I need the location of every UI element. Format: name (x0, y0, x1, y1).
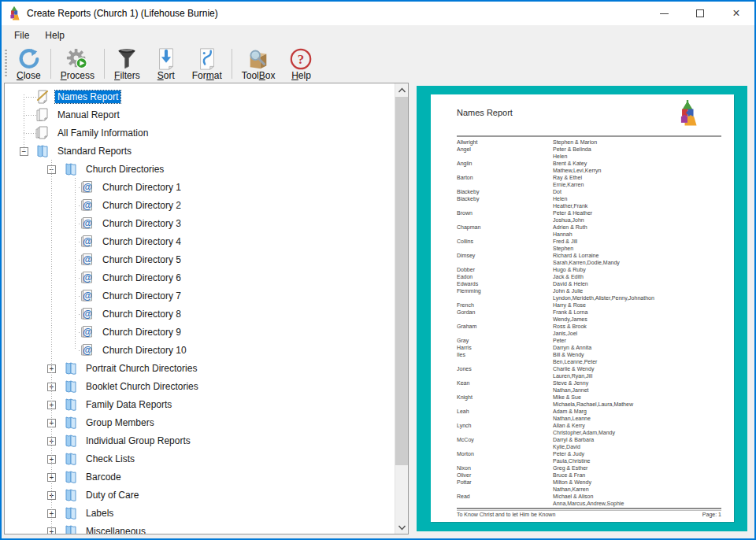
tree-item-label[interactable]: Individual Group Reports (83, 435, 193, 447)
close-window-button[interactable]: × (718, 2, 754, 25)
footer-page-number: Page: 1 (702, 512, 721, 517)
surname-cell: Anglin (457, 160, 553, 167)
given-names-cell: Steve & Jenny (553, 380, 588, 386)
folder-icon (35, 143, 50, 159)
tree-item-barcode[interactable]: +Barcode (5, 468, 395, 486)
given-names-cell: Peter & Heather (553, 210, 592, 216)
report-row: DimseyRichard & Lorraine (457, 252, 728, 259)
report-pencil-icon (35, 89, 50, 105)
tree-item-label[interactable]: Church Directory 6 (100, 272, 183, 284)
tree-item-check-lists[interactable]: +Check Lists (5, 450, 395, 468)
given-names-cell: Ray & Ethel (553, 175, 582, 180)
undo-arrow-icon (17, 47, 40, 71)
given-names-cell: Helen (553, 153, 567, 159)
church-logo-icon (8, 6, 20, 22)
report-row: BrownPeter & Heather (457, 209, 728, 216)
tree-item-church-directory-10[interactable]: @Church Directory 10 (5, 342, 395, 360)
tree-item-label[interactable]: Church Directory 5 (100, 253, 183, 266)
at-report-icon: @ (80, 288, 95, 304)
tree-item-label[interactable]: Group Members (83, 416, 157, 429)
process-button[interactable]: Process (54, 46, 102, 82)
scrollbar-thumb[interactable] (395, 97, 409, 465)
tree-item-manual-report[interactable]: Manual Report (5, 106, 395, 124)
tree-item-family-data-reports[interactable]: +Family Data Reports (5, 396, 395, 414)
scroll-down-icon[interactable] (395, 520, 409, 534)
tree-item-label[interactable]: Standard Reports (55, 145, 134, 157)
tree-item-label[interactable]: Miscellaneous (83, 525, 148, 534)
tree-item-church-directories[interactable]: −Church Directories (5, 161, 395, 179)
tree-item-label[interactable]: Church Directory 1 (100, 181, 183, 194)
tree-item-booklet-church-directories[interactable]: +Booklet Church Directories (5, 378, 395, 396)
tree-item-label[interactable]: Check Lists (83, 453, 137, 465)
tree-item-label[interactable]: Church Directory 2 (100, 199, 183, 212)
tree-item-label[interactable]: Manual Report (55, 109, 122, 121)
menu-help[interactable]: Help (37, 27, 72, 44)
report-row: Nathan,Karren (457, 486, 728, 493)
filters-button[interactable]: Filters (107, 46, 147, 82)
maximize-button[interactable] (682, 2, 718, 25)
tree-scrollbar[interactable] (395, 83, 408, 534)
tree-item-duty-of-care[interactable]: +Duty of Care (5, 486, 395, 505)
tree-item-label[interactable]: Portrait Church Directories (83, 362, 199, 375)
given-names-cell: Hannah (553, 231, 573, 237)
toolbar-separator (232, 49, 232, 79)
close-button[interactable]: Close (9, 46, 48, 82)
tree-item-names-report[interactable]: Names Report (5, 88, 395, 106)
tree-item-label[interactable]: Church Directories (83, 163, 166, 176)
tree-item-label[interactable]: Names Report (55, 91, 120, 103)
tree-item-label[interactable]: Church Directory 9 (100, 326, 183, 338)
tree-item-all-family-information[interactable]: All Family Information (5, 124, 395, 142)
tree-item-labels[interactable]: +Labels (5, 505, 395, 523)
report-page: Names Report AllwrightStep (431, 94, 734, 522)
tree-item-church-directory-8[interactable]: @Church Directory 8 (5, 305, 395, 324)
tree-item-label[interactable]: Church Directory 8 (100, 308, 183, 320)
tree-item-label[interactable]: Church Directory 4 (100, 235, 183, 248)
tree-item-standard-reports[interactable]: −Standard Reports (5, 142, 395, 161)
minimize-button[interactable] (646, 2, 682, 25)
given-names-cell: Nathan,Karren (553, 486, 589, 492)
given-names-cell: Ross & Brook (553, 324, 587, 329)
sort-button[interactable]: Sort (147, 46, 185, 82)
svg-text:@: @ (83, 327, 92, 338)
tree-item-church-directory-4[interactable]: @Church Directory 4 (5, 233, 395, 251)
tree-item-church-directory-1[interactable]: @Church Directory 1 (5, 179, 395, 197)
menu-file[interactable]: File (6, 27, 37, 44)
tree-item-miscellaneous[interactable]: +Miscellaneous (5, 523, 395, 534)
given-names-cell: Allan & Kerry (553, 423, 585, 428)
funnel-icon (115, 47, 139, 71)
window-title: Create Reports (Church 1) (Lifehouse Bur… (27, 8, 218, 19)
toolbar-grip[interactable] (5, 50, 7, 78)
tree-item-group-members[interactable]: +Group Members (5, 414, 395, 432)
tree-item-label[interactable]: Booklet Church Directories (83, 380, 201, 393)
report-row: BlackebyDot (457, 188, 728, 195)
tree-item-church-directory-3[interactable]: @Church Directory 3 (5, 215, 395, 233)
tree-item-label[interactable]: Family Data Reports (83, 398, 174, 411)
surname-cell: Read (457, 493, 553, 500)
tree-item-church-directory-6[interactable]: @Church Directory 6 (5, 269, 395, 287)
toolbox-button[interactable]: ToolBox (235, 46, 283, 82)
tree-item-church-directory-5[interactable]: @Church Directory 5 (5, 251, 395, 269)
report-row: AnglinBrent & Katey (457, 160, 728, 167)
tree-item-label[interactable]: Church Directory 7 (100, 290, 183, 302)
surname-cell: Nixon (457, 464, 553, 472)
tree-item-church-directory-7[interactable]: @Church Directory 7 (5, 287, 395, 305)
tree-item-church-directory-9[interactable]: @Church Directory 9 (5, 324, 395, 342)
tree-item-label[interactable]: Church Directory 10 (100, 344, 189, 357)
tree-item-label[interactable]: Duty of Care (83, 489, 141, 501)
tree-item-church-directory-2[interactable]: @Church Directory 2 (5, 197, 395, 215)
tree-item-individual-group-reports[interactable]: +Individual Group Reports (5, 432, 395, 450)
tree-item-label[interactable]: Church Directory 3 (100, 217, 183, 230)
report-row: Anna,Marcus,Andrew,Sophie (457, 500, 728, 507)
scroll-up-icon[interactable] (395, 83, 409, 97)
tree-item-label[interactable]: All Family Information (55, 127, 150, 139)
help-button[interactable]: ? Help (282, 46, 320, 82)
tree-item-label[interactable]: Labels (83, 507, 116, 520)
tree-item-portrait-church-directories[interactable]: +Portrait Church Directories (5, 360, 395, 378)
report-tree: Names ReportManual ReportAll Family Info… (5, 83, 395, 534)
report-row: Paula,Christine (457, 457, 728, 464)
format-button[interactable]: Format (185, 46, 229, 82)
report-row: Lauren,Ryan,Jill (457, 372, 728, 379)
tree-item-label[interactable]: Barcode (83, 471, 124, 483)
report-row: BartonRay & Ethel (457, 174, 728, 181)
report-row: DobberHugo & Ruby (457, 266, 728, 273)
